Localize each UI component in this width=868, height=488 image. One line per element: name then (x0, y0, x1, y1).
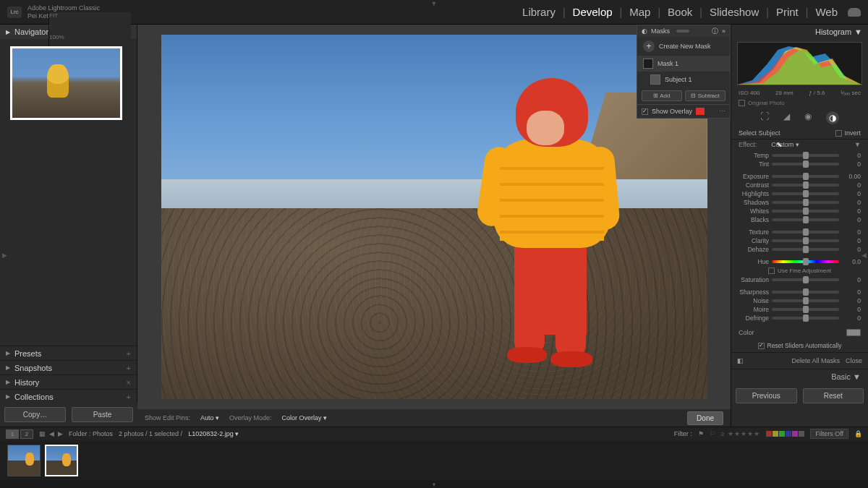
collapse-icon[interactable]: » (722, 27, 726, 35)
right-panel: Histogram ▼ ISO 40028 mm ƒ / 5.6¹⁄₅₀₀ se… (731, 25, 868, 427)
slider-exposure[interactable]: Exposure0.00 (731, 172, 868, 181)
filter-label: Filter : (674, 430, 692, 437)
slider-shadows[interactable]: Shadows0 (731, 198, 868, 207)
loupe-toolbar: Show Edit Pins: Auto ▾ Overlay Mode: Col… (137, 409, 731, 427)
invert-checkbox[interactable] (835, 130, 842, 137)
monitor-1-icon[interactable]: 1 (6, 429, 19, 439)
next-photo-icon[interactable]: ▶ (58, 430, 63, 437)
slider-texture[interactable]: Texture0 (731, 228, 868, 236)
masks-panel-header[interactable]: ◐ Masks ⓘ » (637, 25, 730, 37)
slider-temp[interactable]: Temp0 (731, 151, 868, 160)
slider-clarity[interactable]: Clarity0 (731, 236, 868, 245)
slider-blacks[interactable]: Blacks0 (731, 215, 868, 224)
more-options-icon[interactable]: ⋯ (719, 108, 726, 115)
filters-off-dropdown[interactable]: Filters Off (810, 429, 848, 439)
slider-sharpness[interactable]: Sharpness0 (731, 288, 868, 296)
slider-dehaze[interactable]: Dehaze0 (731, 245, 868, 254)
slider-moire[interactable]: Moire0 (731, 305, 868, 314)
slider-tint[interactable]: Tint0 (731, 160, 868, 168)
zoom-100[interactable]: 100% (49, 34, 131, 40)
redeye-tool-icon[interactable]: ◉ (804, 111, 812, 124)
pins-dropdown[interactable]: Auto ▾ (200, 414, 219, 421)
filter-lock-icon[interactable]: 🔒 (854, 430, 862, 437)
film-thumb-2[interactable] (45, 445, 78, 476)
snapshots-section[interactable]: ▶Snapshots+ (0, 360, 137, 374)
module-slideshow[interactable]: Slideshow (708, 6, 760, 18)
histogram-header[interactable]: Histogram ▼ (731, 25, 868, 39)
close-button[interactable]: Close (846, 357, 862, 364)
film-thumb-1[interactable] (7, 445, 41, 476)
paste-button[interactable]: Paste (72, 407, 133, 422)
filename[interactable]: L1020832-2.jpg ▾ (188, 430, 239, 437)
monitor-2-icon[interactable]: 2 (20, 429, 33, 439)
previous-button[interactable]: Previous (736, 388, 797, 403)
zoom-fit[interactable]: FIT (49, 12, 131, 19)
overlay-color-swatch[interactable] (696, 108, 705, 115)
basic-panel-header[interactable]: Basic ▼ (731, 369, 868, 384)
done-button[interactable]: Done (687, 411, 723, 425)
module-book[interactable]: Book (666, 6, 694, 18)
flag-picked-icon[interactable]: ⚑ (698, 430, 704, 437)
left-panel-collapse[interactable]: ▶ (0, 244, 9, 266)
mask-item-1[interactable]: Mask 1 (637, 56, 730, 72)
slider-whites[interactable]: Whites0 (731, 207, 868, 215)
navigator-preview[interactable] (10, 46, 122, 120)
effect-label: Effect: (739, 141, 757, 148)
presets-section[interactable]: ▶Presets+ (0, 346, 137, 360)
exif-row: ISO 40028 mm ƒ / 5.6¹⁄₅₀₀ sec (731, 88, 868, 98)
histogram[interactable] (737, 42, 862, 85)
filmstrip[interactable] (0, 440, 868, 481)
mask-subtract-button[interactable]: ⊟ Subtract (685, 90, 726, 101)
show-overlay-checkbox[interactable] (642, 108, 648, 115)
panel-toggle-icon[interactable]: ◧ (737, 357, 744, 364)
reset-auto-checkbox[interactable] (758, 343, 765, 349)
help-icon[interactable]: ⓘ (712, 27, 718, 36)
filmstrip-collapse[interactable]: ▼ (0, 481, 868, 488)
heal-tool-icon[interactable]: ◢ (783, 111, 790, 124)
history-section[interactable]: ▶History× (0, 374, 137, 389)
slider-saturation[interactable]: Saturation0 (731, 275, 868, 284)
panel-collapse-icon[interactable]: ▼ (854, 141, 861, 148)
module-library[interactable]: Library (521, 6, 557, 18)
color-filter[interactable] (766, 431, 804, 437)
collections-section[interactable]: ▶Collections+ (0, 389, 137, 403)
module-web[interactable]: Web (814, 6, 839, 18)
flag-rejected-icon[interactable]: ⚐ (710, 430, 715, 437)
right-panel-collapse[interactable]: ◀ (859, 244, 868, 266)
overlay-mode-dropdown[interactable]: Color Overlay ▾ (282, 414, 328, 421)
module-picker: Library| Develop| Map| Book| Slideshow| … (521, 6, 861, 18)
disclosure-icon: ▶ (6, 29, 10, 35)
slider-contrast[interactable]: Contrast0 (731, 181, 868, 189)
drag-handle-icon[interactable] (676, 30, 689, 33)
show-overlay-label: Show Overlay (652, 108, 692, 115)
module-develop[interactable]: Develop (571, 6, 614, 18)
delete-all-masks-button[interactable]: Delete All Masks (791, 357, 840, 364)
navigator-header[interactable]: ▶ Navigator FIT: 100% 200% (0, 25, 137, 39)
mask-add-button[interactable]: ⊞ Add (642, 90, 682, 101)
reset-button[interactable]: Reset (803, 388, 864, 403)
module-map[interactable]: Map (628, 6, 652, 18)
color-picker[interactable] (846, 329, 861, 336)
copy-button[interactable]: Copy… (4, 407, 66, 422)
cloud-sync-icon[interactable] (848, 8, 861, 17)
crop-tool-icon[interactable]: ⛶ (760, 111, 769, 124)
slider-defringe[interactable]: Defringe0 (731, 314, 868, 322)
grid-view-icon[interactable]: ▦ (39, 430, 46, 437)
module-print[interactable]: Print (775, 6, 800, 18)
slider-highlights[interactable]: Highlights0 (731, 189, 868, 198)
masking-tool-icon[interactable]: ◑ (826, 111, 839, 124)
original-photo-checkbox[interactable] (739, 100, 745, 106)
create-mask-button[interactable]: + Create New Mask (637, 37, 730, 56)
prev-photo-icon[interactable]: ◀ (49, 430, 54, 437)
mask-subject-1[interactable]: Subject 1 (637, 72, 730, 87)
masks-panel[interactable]: ◐ Masks ⓘ » + Create New Mask Mask 1 Sub… (637, 25, 731, 119)
fine-adjust-label: Use Fine Adjustment (778, 267, 831, 274)
photo-canvas[interactable] (161, 35, 707, 399)
slider-hue[interactable]: Hue0.0 (731, 257, 868, 266)
color-label: Color (739, 329, 754, 336)
mask-overlay (487, 78, 613, 367)
star-filter[interactable]: ≥ ★★★★★ (721, 430, 760, 437)
filmstrip-header: 1 2 ▦ ◀ ▶ Folder : Photos 2 photos / 1 s… (0, 427, 868, 440)
fine-adjust-checkbox[interactable] (768, 267, 775, 274)
slider-noise[interactable]: Noise0 (731, 296, 868, 305)
